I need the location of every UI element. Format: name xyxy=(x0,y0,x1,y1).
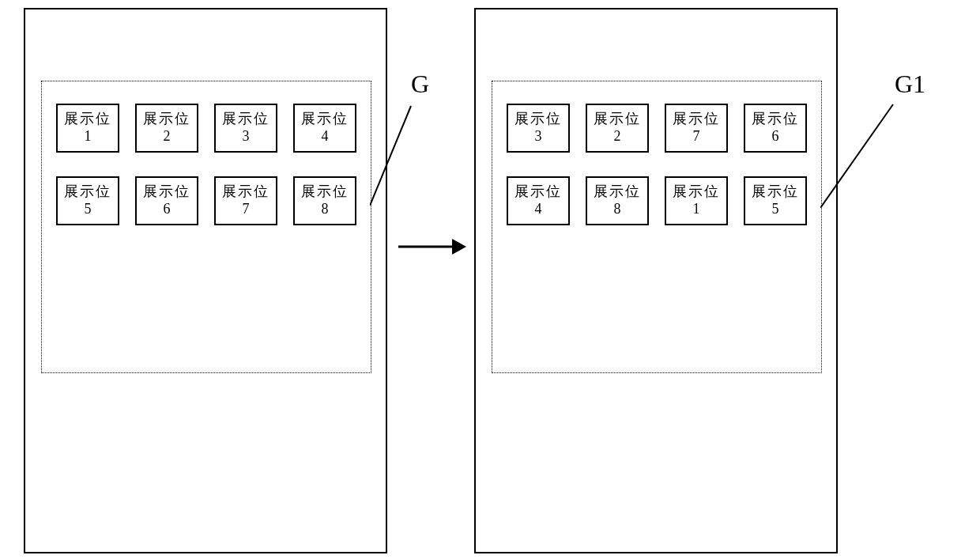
slot-label: 展示位 xyxy=(222,183,270,201)
right-device-frame: 展示位3 展示位2 展示位7 展示位6 展示位4 展示位8 展示位1 展示位5 xyxy=(474,8,838,553)
slot-left-6: 展示位6 xyxy=(135,176,198,225)
slot-number: 5 xyxy=(85,201,92,218)
slot-right-5: 展示位4 xyxy=(507,176,570,225)
slot-right-7: 展示位1 xyxy=(665,176,728,225)
svg-marker-2 xyxy=(452,239,466,255)
slot-label: 展示位 xyxy=(594,183,641,201)
slot-number: 2 xyxy=(614,128,621,145)
left-slot-grid: 展示位1 展示位2 展示位3 展示位4 展示位5 展示位6 展示位7 展示位8 xyxy=(42,81,371,247)
slot-label: 展示位 xyxy=(594,111,641,128)
right-leader-line xyxy=(820,101,899,208)
slot-number: 3 xyxy=(243,128,250,145)
slot-label: 展示位 xyxy=(752,183,799,201)
slot-left-3: 展示位3 xyxy=(214,104,277,153)
slot-number: 4 xyxy=(322,128,329,145)
left-device-frame: 展示位1 展示位2 展示位3 展示位4 展示位5 展示位6 展示位7 展示位8 xyxy=(24,8,387,553)
slot-left-7: 展示位7 xyxy=(214,176,277,225)
right-region-label: G1 xyxy=(895,70,925,99)
left-inner-region: 展示位1 展示位2 展示位3 展示位4 展示位5 展示位6 展示位7 展示位8 xyxy=(41,81,371,373)
slot-label: 展示位 xyxy=(301,111,349,128)
left-region-label: G xyxy=(411,70,429,99)
slot-number: 7 xyxy=(693,128,700,145)
slot-label: 展示位 xyxy=(514,111,562,128)
slot-label: 展示位 xyxy=(301,183,349,201)
slot-label: 展示位 xyxy=(143,183,190,201)
slot-number: 6 xyxy=(164,201,171,218)
diagram-canvas: 展示位1 展示位2 展示位3 展示位4 展示位5 展示位6 展示位7 展示位8 … xyxy=(0,0,980,559)
slot-left-4: 展示位4 xyxy=(293,104,356,153)
slot-number: 6 xyxy=(772,128,779,145)
svg-line-0 xyxy=(370,106,411,206)
right-slot-grid: 展示位3 展示位2 展示位7 展示位6 展示位4 展示位8 展示位1 展示位5 xyxy=(492,81,821,247)
right-inner-region: 展示位3 展示位2 展示位7 展示位6 展示位4 展示位8 展示位1 展示位5 xyxy=(492,81,822,373)
svg-line-3 xyxy=(820,104,893,208)
slot-number: 8 xyxy=(322,201,329,218)
slot-left-2: 展示位2 xyxy=(135,104,198,153)
slot-left-5: 展示位5 xyxy=(56,176,119,225)
slot-label: 展示位 xyxy=(514,183,562,201)
slot-number: 5 xyxy=(772,201,779,218)
slot-right-3: 展示位7 xyxy=(665,104,728,153)
slot-number: 2 xyxy=(164,128,171,145)
slot-number: 4 xyxy=(535,201,542,218)
slot-label: 展示位 xyxy=(222,111,270,128)
slot-right-6: 展示位8 xyxy=(586,176,649,225)
slot-number: 7 xyxy=(243,201,250,218)
slot-right-1: 展示位3 xyxy=(507,104,570,153)
slot-label: 展示位 xyxy=(673,111,720,128)
slot-right-2: 展示位2 xyxy=(586,104,649,153)
slot-right-4: 展示位6 xyxy=(744,104,807,153)
slot-left-1: 展示位1 xyxy=(56,104,119,153)
slot-number: 8 xyxy=(614,201,621,218)
slot-left-8: 展示位8 xyxy=(293,176,356,225)
left-leader-line xyxy=(370,103,417,206)
slot-number: 3 xyxy=(535,128,542,145)
slot-label: 展示位 xyxy=(143,111,190,128)
slot-label: 展示位 xyxy=(673,183,720,201)
slot-number: 1 xyxy=(85,128,92,145)
slot-right-8: 展示位5 xyxy=(744,176,807,225)
transform-arrow-icon xyxy=(395,231,466,263)
slot-number: 1 xyxy=(693,201,700,218)
slot-label: 展示位 xyxy=(64,111,111,128)
slot-label: 展示位 xyxy=(752,111,799,128)
slot-label: 展示位 xyxy=(64,183,111,201)
